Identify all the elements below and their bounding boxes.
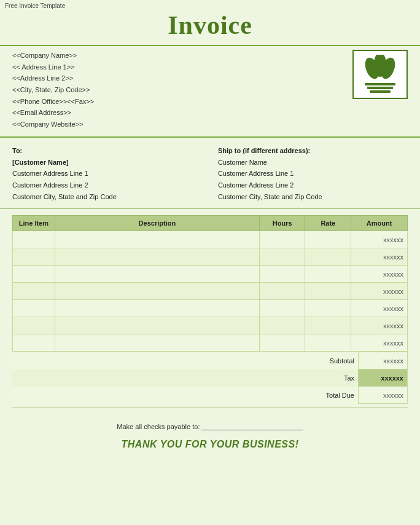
cell-rate: [305, 283, 351, 300]
invoice-title: Invoice: [0, 9, 420, 45]
cell-line-item: [13, 300, 55, 317]
col-header-line-item: Line Item: [13, 216, 55, 231]
company-name: <<Company Name>>: [12, 50, 94, 61]
total-due-label: Total Due: [12, 387, 359, 404]
cell-hours: [259, 300, 305, 317]
ship-to-city-state-zip: Customer City, State and Zip Code: [218, 191, 408, 203]
totals-section: Subtotal xxxxxx Tax xxxxxx Total Due xxx…: [0, 352, 420, 404]
cell-line-item: [13, 248, 55, 266]
cell-hours: [259, 283, 305, 300]
ship-to-address2: Customer Address Line 2: [218, 180, 408, 191]
cell-amount: xxxxxx: [351, 266, 408, 283]
svg-rect-4: [367, 87, 393, 89]
company-logo: [352, 50, 408, 99]
tax-label: Tax: [12, 369, 359, 387]
company-email: <<Email Address>>: [12, 107, 94, 119]
cell-rate: [305, 300, 351, 317]
company-address1: << Address Line 1>>: [12, 61, 94, 73]
table-row: xxxxxx: [13, 248, 408, 266]
bill-to-city-state-zip: Customer City, State and Zip Code: [12, 191, 202, 203]
cell-line-item: [13, 334, 55, 352]
ship-to-customer-name: Customer Name: [218, 157, 408, 168]
checks-line: Make all checks payable to: ____________…: [12, 423, 408, 430]
cell-description: [55, 283, 259, 300]
company-phone: <<Phone Office>><<Fax>>: [12, 96, 94, 108]
cell-description: [55, 266, 259, 283]
invoice-table-section: Line Item Description Hours Rate Amount …: [0, 215, 420, 352]
table-row: xxxxxx: [13, 300, 408, 317]
cell-amount: xxxxxx: [351, 283, 408, 300]
cell-description: [55, 317, 259, 334]
ship-to-label: Ship to (if different address):: [218, 145, 408, 157]
company-address2: <<Address Line 2>>: [12, 73, 94, 84]
cell-description: [55, 300, 259, 317]
svg-rect-3: [365, 83, 395, 85]
cell-hours: [259, 248, 305, 266]
thank-you-message: THANK YOU FOR YOUR BUSINESS!: [12, 439, 408, 450]
invoice-table: Line Item Description Hours Rate Amount …: [12, 215, 408, 352]
cell-rate: [305, 334, 351, 352]
cell-rate: [305, 248, 351, 266]
cell-rate: [305, 231, 351, 248]
ship-to: Ship to (if different address): Customer…: [218, 145, 408, 202]
company-info: <<Company Name>> << Address Line 1>> <<A…: [12, 50, 94, 130]
table-row: xxxxxx: [13, 266, 408, 283]
tax-value: xxxxxx: [359, 369, 408, 387]
bill-to: To: [Customer Name] Customer Address Lin…: [12, 145, 202, 202]
cell-description: [55, 231, 259, 248]
col-header-description: Description: [55, 216, 259, 231]
table-row: xxxxxx: [13, 231, 408, 248]
col-header-rate: Rate: [305, 216, 351, 231]
svg-rect-5: [370, 90, 391, 93]
cell-line-item: [13, 266, 55, 283]
cell-line-item: [13, 231, 55, 248]
company-city-state-zip: <<City, State, Zip Code>>: [12, 84, 94, 96]
invoice-page: Free Invoice Template Invoice <<Company …: [0, 0, 420, 525]
subtotal-value: xxxxxx: [359, 352, 408, 369]
cell-description: [55, 334, 259, 352]
totals-table: Subtotal xxxxxx Tax xxxxxx Total Due xxx…: [12, 352, 408, 404]
top-label: Free Invoice Template: [0, 0, 420, 9]
subtotal-label: Subtotal: [12, 352, 359, 369]
logo-svg: [359, 55, 402, 95]
ship-to-address1: Customer Address Line 1: [218, 168, 408, 180]
cell-hours: [259, 334, 305, 352]
cell-amount: xxxxxx: [351, 300, 408, 317]
cell-line-item: [13, 317, 55, 334]
bill-to-label: To:: [12, 145, 202, 157]
subtotal-row: Subtotal xxxxxx: [12, 352, 408, 369]
cell-amount: xxxxxx: [351, 248, 408, 266]
total-due-row: Total Due xxxxxx: [12, 387, 408, 404]
cell-hours: [259, 317, 305, 334]
address-section: To: [Customer Name] Customer Address Lin…: [0, 138, 420, 209]
bill-to-address1: Customer Address Line 1: [12, 168, 202, 180]
col-header-amount: Amount: [351, 216, 408, 231]
cell-amount: xxxxxx: [351, 317, 408, 334]
cell-amount: xxxxxx: [351, 231, 408, 248]
tax-row: Tax xxxxxx: [12, 369, 408, 387]
footer-section: Make all checks payable to: ____________…: [0, 412, 420, 454]
cell-description: [55, 248, 259, 266]
cell-hours: [259, 231, 305, 248]
table-row: xxxxxx: [13, 317, 408, 334]
cell-line-item: [13, 283, 55, 300]
col-header-hours: Hours: [259, 216, 305, 231]
header-section: <<Company Name>> << Address Line 1>> <<A…: [0, 45, 420, 138]
cell-amount: xxxxxx: [351, 334, 408, 352]
bill-to-customer-name: [Customer Name]: [12, 157, 202, 168]
bill-to-address2: Customer Address Line 2: [12, 180, 202, 191]
cell-hours: [259, 266, 305, 283]
cell-rate: [305, 266, 351, 283]
table-row: xxxxxx: [13, 334, 408, 352]
cell-rate: [305, 317, 351, 334]
total-due-value: xxxxxx: [359, 387, 408, 404]
table-row: xxxxxx: [13, 283, 408, 300]
company-website: <<Company Website>>: [12, 119, 94, 130]
footer-divider: [12, 408, 408, 408]
